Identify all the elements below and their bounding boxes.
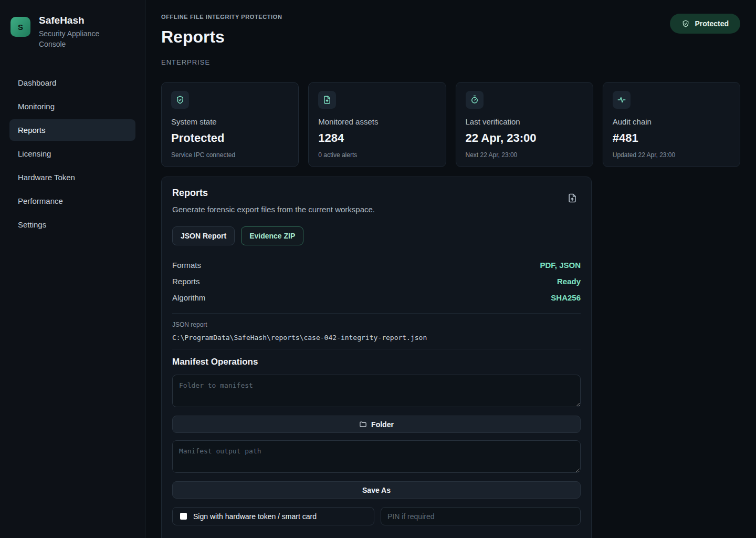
sidebar-item-licensing[interactable]: Licensing — [9, 143, 135, 164]
stat-card-monitored-assets: Monitored assets 1284 0 active alerts — [308, 82, 446, 167]
save-as-button[interactable]: Save As — [172, 481, 581, 499]
main-content: OFFLINE FILE INTEGRITY PROTECTION Report… — [145, 0, 756, 538]
manifest-output-path-input[interactable] — [172, 440, 581, 473]
json-report-path: C:\ProgramData\SafeHash\reports\case-042… — [172, 334, 581, 342]
kv-value: SHA256 — [551, 293, 581, 302]
kv-key: Algorithm — [172, 293, 205, 302]
divider — [172, 349, 581, 349]
stat-label: System state — [171, 117, 289, 126]
sidebar-item-dashboard[interactable]: Dashboard — [9, 72, 135, 94]
pin-input[interactable] — [381, 507, 581, 525]
json-report-label: JSON report — [172, 321, 581, 328]
stat-value: 22 Apr, 23:00 — [466, 131, 583, 145]
stat-card-system-state: System state Protected Service IPC conne… — [161, 82, 299, 167]
stat-sub: Updated 22 Apr, 23:00 — [613, 151, 730, 159]
protected-status-badge[interactable]: Protected — [670, 14, 740, 34]
stat-value: 1284 — [318, 131, 436, 145]
folder-button[interactable]: Folder — [172, 416, 581, 433]
panel-title: Reports — [172, 188, 581, 199]
edition-label: ENTERPRISE — [161, 58, 282, 66]
stat-value: Protected — [171, 131, 289, 145]
sidebar-nav: Dashboard Monitoring Reports Licensing H… — [9, 72, 135, 235]
stat-card-last-verification: Last verification 22 Apr, 23:00 Next 22 … — [456, 82, 593, 167]
protected-status-label: Protected — [695, 19, 729, 28]
folder-to-manifest-input[interactable] — [172, 375, 581, 407]
sign-with-token-label: Sign with hardware token / smart card — [193, 512, 317, 521]
panel-description: Generate forensic export files from the … — [172, 205, 581, 214]
page-title: Reports — [161, 27, 282, 47]
save-as-button-label: Save As — [362, 486, 391, 494]
sidebar: S SafeHash Security Appliance Console Da… — [0, 0, 145, 538]
kv-key: Reports — [172, 277, 200, 286]
shield-check-icon — [171, 91, 189, 109]
timer-icon — [466, 91, 484, 109]
divider — [172, 313, 581, 314]
kv-value: PDF, JSON — [540, 261, 581, 270]
stat-value: #481 — [613, 131, 730, 145]
evidence-zip-button[interactable]: Evidence ZIP — [241, 226, 303, 245]
activity-icon — [613, 91, 631, 109]
folder-button-label: Folder — [371, 420, 394, 429]
logo-letter: S — [18, 23, 23, 32]
stat-label: Audit chain — [613, 117, 730, 126]
manifest-operations-title: Manifest Operations — [172, 357, 581, 367]
stat-label: Monitored assets — [318, 117, 436, 126]
kv-row-reports: Reports Ready — [172, 273, 581, 289]
kv-value: Ready — [557, 277, 581, 286]
sidebar-item-performance[interactable]: Performance — [9, 190, 135, 212]
stat-card-audit-chain: Audit chain #481 Updated 22 Apr, 23:00 — [603, 82, 740, 167]
sign-with-token-checkbox[interactable]: Sign with hardware token / smart card — [172, 507, 374, 525]
folder-icon — [359, 420, 367, 428]
sign-row: Sign with hardware token / smart card — [172, 507, 581, 525]
stats-row: System state Protected Service IPC conne… — [161, 82, 740, 167]
stat-sub: Next 22 Apr, 23:00 — [466, 151, 583, 159]
report-properties: Formats PDF, JSON Reports Ready Algorith… — [172, 257, 581, 306]
report-buttons: JSON Report Evidence ZIP — [172, 226, 581, 245]
brand-text: SafeHash Security Appliance Console — [39, 15, 112, 50]
file-export-icon — [318, 91, 336, 109]
page-header: OFFLINE FILE INTEGRITY PROTECTION Report… — [161, 14, 740, 66]
sidebar-item-hardware-token[interactable]: Hardware Token — [9, 167, 135, 188]
stat-sub: Service IPC connected — [171, 151, 289, 159]
app-logo-icon: S — [10, 17, 30, 37]
checkbox-icon[interactable] — [180, 513, 187, 520]
sidebar-item-settings[interactable]: Settings — [9, 214, 135, 235]
kv-key: Formats — [172, 261, 201, 270]
json-report-button[interactable]: JSON Report — [172, 226, 235, 245]
brand: S SafeHash Security Appliance Console — [9, 15, 135, 50]
sidebar-item-reports[interactable]: Reports — [9, 119, 135, 141]
stat-sub: 0 active alerts — [318, 151, 436, 159]
kv-row-algorithm: Algorithm SHA256 — [172, 289, 581, 306]
app-subtitle: Security Appliance Console — [39, 28, 112, 50]
page-eyebrow: OFFLINE FILE INTEGRITY PROTECTION — [161, 14, 282, 20]
sidebar-item-monitoring[interactable]: Monitoring — [9, 96, 135, 117]
stat-label: Last verification — [466, 117, 583, 126]
reports-panel: Reports Generate forensic export files f… — [161, 177, 592, 538]
app-name: SafeHash — [39, 15, 112, 26]
shield-icon — [681, 19, 690, 28]
kv-row-formats: Formats PDF, JSON — [172, 257, 581, 273]
file-export-icon — [567, 193, 578, 205]
page-header-text: OFFLINE FILE INTEGRITY PROTECTION Report… — [161, 14, 282, 66]
